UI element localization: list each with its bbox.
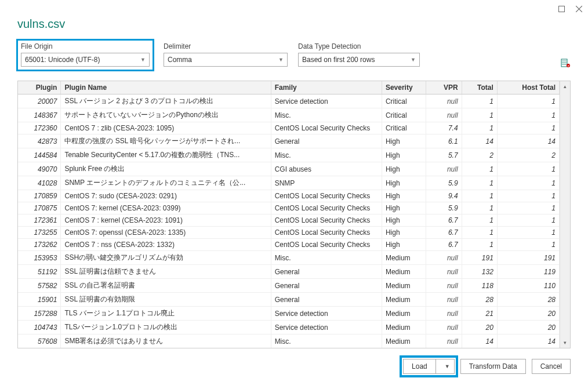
cell-severity: Medium	[382, 307, 426, 321]
table-row[interactable]: 170859CentOS 7: sudo (CESA-2023: 0291)Ce…	[18, 190, 560, 202]
col-header-vpr[interactable]: VPR	[426, 81, 462, 94]
cell-vpr: null	[426, 335, 462, 348]
scroll-track[interactable]	[560, 92, 570, 337]
table-row[interactable]: 170875CentOS 7: kernel (CESA-2023: 0399)…	[18, 202, 560, 215]
cell-plugin: 104743	[18, 321, 61, 335]
cell-total: 1	[462, 239, 497, 251]
table-row[interactable]: 157288TLS バージョン 1.1プロトコル廃止Service detect…	[18, 307, 560, 321]
col-header-hosttotal[interactable]: Host Total	[497, 81, 559, 94]
cell-vpr: null	[426, 307, 462, 321]
delimiter-dropdown[interactable]: Comma ▼	[164, 53, 288, 67]
table-row[interactable]: 173262CentOS 7 : nss (CESA-2023: 1332)Ce…	[18, 239, 560, 251]
table-row[interactable]: 15901SSL 証明書の有効期限GeneralMediumnull2828	[18, 293, 560, 307]
cell-vpr: 6.7	[426, 227, 462, 239]
cell-severity: High	[382, 202, 426, 215]
table-row[interactable]: 51192SSL 証明書は信頼できませんGeneralMediumnull132…	[18, 265, 560, 279]
cell-vpr: null	[426, 265, 462, 279]
col-header-family[interactable]: Family	[271, 81, 382, 94]
cell-total: 2	[462, 148, 497, 162]
cell-hosttotal: 1	[497, 122, 559, 135]
table-row[interactable]: 104743TLSバージョン1.0プロトコルの検出Service detecti…	[18, 321, 560, 335]
cell-plugin: 170859	[18, 190, 61, 202]
cell-hosttotal: 1	[497, 162, 559, 176]
table-row[interactable]: 20007SSL バージョン 2 および 3 のプロトコルの検出Service …	[18, 94, 560, 108]
cell-name: CentOS 7: openssl (CESA-2023: 1335)	[61, 227, 271, 239]
table-row[interactable]: 153953SSHの弱い鍵交換アルゴリズムが有効Misc.Mediumnull1…	[18, 251, 560, 265]
delimiter-value: Comma	[168, 56, 192, 64]
controls-row: File Origin 65001: Unicode (UTF-8) ▼ Del…	[17, 40, 571, 70]
cell-vpr: null	[426, 279, 462, 293]
cell-total: 20	[462, 321, 497, 335]
table-row[interactable]: 57582SSL の自己署名証明書GeneralMediumnull118110	[18, 279, 560, 293]
col-header-pluginname[interactable]: Plugin Name	[61, 81, 271, 94]
table-row[interactable]: 172360CentOS 7 : zlib (CESA-2023: 1095)C…	[18, 122, 560, 135]
header-row: Plugin Plugin Name Family Severity VPR T…	[18, 81, 560, 94]
cell-total: 28	[462, 293, 497, 307]
cancel-button[interactable]: Cancel	[532, 359, 571, 374]
cell-family: General	[271, 293, 382, 307]
cell-family: CentOS Local Security Checks	[271, 239, 382, 251]
load-button-dropdown[interactable]: ▼	[441, 359, 454, 373]
cell-family: Misc.	[271, 148, 382, 162]
cell-total: 1	[462, 215, 497, 227]
cell-name: Splunk Free の検出	[61, 162, 271, 176]
cell-hosttotal: 1	[497, 94, 559, 108]
cell-hosttotal: 1	[497, 190, 559, 202]
cell-vpr: 7.4	[426, 122, 462, 135]
cell-hosttotal: 2	[497, 148, 559, 162]
table-row[interactable]: 57608SMB署名は必須ではありませんMisc.Mediumnull1414	[18, 335, 560, 348]
table-row[interactable]: 144584Tenable SecurityCenter < 5.17.0の複数…	[18, 148, 560, 162]
scroll-up-icon[interactable]: ▴	[560, 81, 570, 92]
cell-severity: High	[382, 227, 426, 239]
table-row[interactable]: 173255CentOS 7: openssl (CESA-2023: 1335…	[18, 227, 560, 239]
cell-severity: High	[382, 215, 426, 227]
scroll-down-icon[interactable]: ▾	[560, 337, 570, 348]
col-header-total[interactable]: Total	[462, 81, 497, 94]
cell-vpr: null	[426, 251, 462, 265]
cell-plugin: 42873	[18, 135, 61, 148]
cell-vpr: null	[426, 293, 462, 307]
cell-family: Service detection	[271, 307, 382, 321]
settings-icon[interactable]	[560, 58, 571, 68]
cell-family: Misc.	[271, 251, 382, 265]
maximize-button[interactable]	[557, 4, 566, 13]
cell-severity: High	[382, 239, 426, 251]
cell-vpr: null	[426, 162, 462, 176]
cell-name: TLS バージョン 1.1プロトコル廃止	[61, 307, 271, 321]
cell-name: SSL 証明書は信頼できません	[61, 265, 271, 279]
cell-hosttotal: 1	[497, 108, 559, 122]
col-header-plugin[interactable]: Plugin	[18, 81, 61, 94]
cell-name: サポートされていないバージョンのPythonの検出	[61, 108, 271, 122]
cell-severity: Medium	[382, 335, 426, 348]
datatype-value: Based on first 200 rows	[302, 56, 375, 64]
cell-plugin: 49070	[18, 162, 61, 176]
cell-vpr: 5.7	[426, 148, 462, 162]
cell-severity: Critical	[382, 108, 426, 122]
preview-table-wrap: Plugin Plugin Name Family Severity VPR T…	[17, 81, 571, 348]
cell-family: Service detection	[271, 321, 382, 335]
table-row[interactable]: 42873中程度の強度の SSL 暗号化パッケージがサポートされ...Gener…	[18, 135, 560, 148]
preview-table-scroll: Plugin Plugin Name Family Severity VPR T…	[18, 81, 560, 348]
load-button[interactable]: Load ▼	[403, 359, 455, 374]
file-origin-dropdown[interactable]: 65001: Unicode (UTF-8) ▼	[21, 53, 150, 67]
cell-severity: Medium	[382, 265, 426, 279]
cell-plugin: 148367	[18, 108, 61, 122]
cell-hosttotal: 1	[497, 215, 559, 227]
load-button-main[interactable]: Load	[404, 359, 436, 373]
cell-name: SSL バージョン 2 および 3 のプロトコルの検出	[61, 94, 271, 108]
cell-family: General	[271, 265, 382, 279]
col-header-severity[interactable]: Severity	[382, 81, 426, 94]
table-row[interactable]: 148367サポートされていないバージョンのPythonの検出Misc.Crit…	[18, 108, 560, 122]
cell-family: CentOS Local Security Checks	[271, 202, 382, 215]
delimiter-label: Delimiter	[164, 42, 288, 50]
svg-rect-0	[558, 6, 564, 12]
vertical-scrollbar[interactable]: ▴ ▾	[560, 81, 570, 348]
transform-data-button[interactable]: Transform Data	[460, 359, 526, 374]
table-row[interactable]: 172361CentOS 7 : kernel (CESA-2023: 1091…	[18, 215, 560, 227]
cell-hosttotal: 119	[497, 265, 559, 279]
close-button[interactable]	[574, 4, 583, 13]
table-row[interactable]: 41028SNMP エージェントのデフォルトのコミュニティ名（公...SNMPH…	[18, 176, 560, 190]
cell-total: 1	[462, 108, 497, 122]
table-row[interactable]: 49070Splunk Free の検出CGI abusesHighnull11	[18, 162, 560, 176]
datatype-dropdown[interactable]: Based on first 200 rows ▼	[298, 53, 420, 67]
